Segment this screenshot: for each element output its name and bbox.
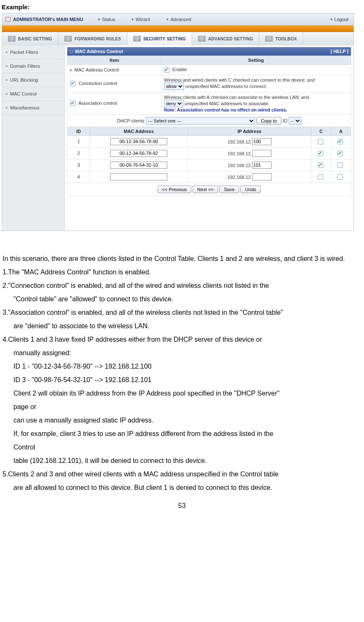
connection-allow-select[interactable]: allow <box>164 82 184 90</box>
a-checkbox-4[interactable] <box>338 174 343 180</box>
a-checkbox-2[interactable] <box>338 151 343 156</box>
tab-advanced[interactable]: ADVANCED SETTING <box>192 32 259 45</box>
toolbox-icon <box>265 36 273 42</box>
mac-input-2[interactable] <box>110 150 167 157</box>
main-panel: □ MAC Address Control [ HELP ] ItemSetti… <box>65 45 353 231</box>
table-row: 4 192.168.12. <box>68 171 351 183</box>
sidebar-item-mac[interactable]: MAC Control <box>2 87 64 101</box>
forwarding-icon <box>64 36 72 42</box>
accent-bar <box>2 26 353 32</box>
tab-security[interactable]: SECURITY SETTING <box>127 32 192 45</box>
advanced-icon <box>198 36 206 42</box>
sidebar-item-url[interactable]: URL Blocking <box>2 73 64 87</box>
example-heading: Example: <box>0 3 364 13</box>
save-button[interactable]: Save <box>219 186 239 193</box>
copy-to-button[interactable]: Copy to <box>256 117 282 125</box>
security-icon <box>133 36 141 42</box>
th-ip: IP Address <box>188 127 311 136</box>
tab-bar: BASIC SETTING FORWARDING RULES SECURITY … <box>2 32 353 45</box>
help-link[interactable]: [ HELP ] <box>330 49 348 54</box>
tab-forwarding[interactable]: FORWARDING RULES <box>58 32 127 45</box>
table-row: 2 192.168.12. <box>68 147 351 159</box>
ip-input-4[interactable] <box>252 173 272 181</box>
copy-id-select[interactable]: -- <box>289 117 301 125</box>
th-setting: Setting <box>161 56 351 65</box>
nav-logout[interactable]: Logout <box>331 17 348 22</box>
nav-status[interactable]: Status <box>98 17 115 22</box>
row-connection-control: Connection control <box>79 81 117 86</box>
sidebar: Packet Filters Domain Filters URL Blocki… <box>2 45 65 231</box>
control-table: ID MAC Address IP Address C A 1 192.168.… <box>67 127 351 183</box>
menu-icon <box>5 17 11 22</box>
description-text: In this scenario, there are three client… <box>0 231 364 494</box>
th-item: Item <box>68 56 161 65</box>
settings-table: ItemSetting MAC Address Control Enable C… <box>67 56 351 127</box>
a-checkbox-3[interactable] <box>338 162 343 168</box>
table-row: 3 192.168.12. <box>68 159 351 171</box>
admin-topbar: ADMINISTRATOR's MAIN MENU Status Wizard … <box>2 13 353 26</box>
ip-input-1[interactable] <box>252 138 272 145</box>
a-checkbox-1[interactable] <box>338 139 343 144</box>
screenshot-panel: ADMINISTRATOR's MAIN MENU Status Wizard … <box>2 13 354 231</box>
connection-control-checkbox[interactable] <box>70 81 76 86</box>
nav-wizard[interactable]: Wizard <box>132 17 150 22</box>
th-mac: MAC Address <box>90 127 188 136</box>
dhcp-clients-select[interactable]: --- Select one --- <box>146 117 255 125</box>
c-checkbox-1[interactable] <box>318 139 323 144</box>
basic-icon <box>8 36 16 42</box>
association-control-checkbox[interactable] <box>70 101 76 106</box>
th-id: ID <box>68 127 90 136</box>
mac-input-1[interactable] <box>110 138 167 145</box>
panel-header: □ MAC Address Control [ HELP ] <box>67 47 351 56</box>
association-note: Note: Association control has no effect … <box>164 107 288 112</box>
table-row: 1 192.168.12. <box>68 136 351 147</box>
mac-control-enable-checkbox[interactable] <box>164 67 169 73</box>
panel-title: MAC Address Control <box>75 49 123 54</box>
c-checkbox-4[interactable] <box>318 174 323 180</box>
ip-input-3[interactable] <box>252 162 272 169</box>
admin-title: ADMINISTRATOR's MAIN MENU <box>13 17 83 22</box>
sidebar-item-misc[interactable]: Miscellaneous <box>2 101 64 115</box>
association-deny-select[interactable]: deny <box>164 100 183 107</box>
button-row: << Previous Next >> Save Undo <box>67 183 351 196</box>
nav-advanced[interactable]: Advanced <box>167 17 191 22</box>
th-c: C <box>311 127 331 136</box>
page-number: 53 <box>0 502 364 510</box>
c-checkbox-2[interactable] <box>318 151 323 156</box>
next-button[interactable]: Next >> <box>193 186 218 193</box>
sidebar-item-packet[interactable]: Packet Filters <box>2 45 64 59</box>
tab-basic[interactable]: BASIC SETTING <box>2 32 58 45</box>
th-a: A <box>331 127 351 136</box>
row-association-control: Association control <box>78 101 117 106</box>
mac-input-3[interactable] <box>110 162 167 169</box>
top-nav: Status Wizard Advanced <box>98 17 191 22</box>
ip-input-2[interactable] <box>252 150 272 157</box>
c-checkbox-3[interactable] <box>318 162 323 168</box>
sidebar-item-domain[interactable]: Domain Filters <box>2 59 64 73</box>
mac-input-4[interactable] <box>110 173 167 181</box>
row-mac-control: MAC Address Control <box>68 65 161 75</box>
previous-button[interactable]: << Previous <box>158 186 192 193</box>
undo-button[interactable]: Undo <box>240 186 261 193</box>
tab-toolbox[interactable]: TOOLBOX <box>259 32 303 45</box>
